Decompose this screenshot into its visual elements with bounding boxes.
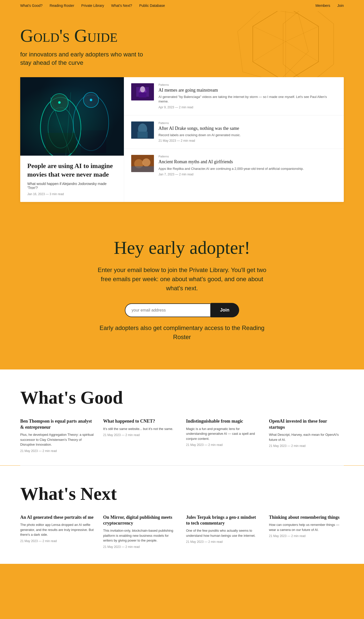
hero-section: Gold's Guide for innovators and early ad…: [0, 11, 364, 77]
article-meta: 21 May 2023 — 2 min read: [158, 139, 337, 142]
svg-line-5: [286, 42, 318, 62]
whats-next-heading: What's Next: [20, 483, 344, 504]
nav-private-library[interactable]: Private Library: [81, 4, 104, 8]
whats-good-section: What's Good Ben Thompson is equal parts …: [0, 369, 364, 465]
hero-decoration: [222, 11, 349, 77]
article-description: Plus, he developed Aggregation Theory: a…: [20, 432, 95, 447]
article-title: AI memes are going mainstream: [158, 87, 337, 93]
nav-whats-next[interactable]: What's Next?: [111, 4, 132, 8]
article-content: Patterns Ancient Roman myths and AI girl…: [158, 155, 337, 176]
svg-rect-32: [131, 166, 154, 172]
article-meta: 21 May 2023 — 2 min read: [20, 539, 95, 543]
svg-point-10: [40, 97, 81, 156]
featured-image: [20, 77, 124, 156]
join-button[interactable]: Join: [211, 303, 239, 317]
svg-rect-18: [81, 130, 106, 153]
whats-good-article[interactable]: What happened to CNET? It's still the sa…: [103, 418, 178, 452]
article-description: Record labels are cracking down on AI ge…: [158, 133, 337, 137]
svg-point-19: [58, 101, 61, 104]
article-item[interactable]: Patterns After AI Drake songs, nothing w…: [124, 115, 344, 149]
nav-whats-good[interactable]: What's Good?: [20, 4, 42, 8]
article-title: OpenAI invested in these four startups: [269, 418, 344, 430]
article-meta: 21 May 2023 — 2 min read: [103, 545, 178, 549]
article-title: What happened to CNET?: [103, 418, 178, 424]
main-nav: What's Good? Reading Roster Private Libr…: [0, 0, 364, 11]
featured-text: People are using AI to imagine movies th…: [20, 156, 124, 202]
svg-line-13: [51, 97, 71, 156]
article-description: One of the few pundits who actually seem…: [186, 528, 261, 538]
article-description: What Descript, Harvey, each mean for Ope…: [269, 432, 344, 442]
svg-marker-1: [283, 11, 334, 77]
thumb-svg-2: [131, 121, 154, 139]
whats-next-article[interactable]: An AI generated these portraits of me Th…: [20, 514, 95, 549]
article-meta: 21 May 2023 — 2 min read: [186, 443, 261, 447]
article-title: On Mirror, digital publishing meets cryp…: [103, 514, 178, 526]
article-title: Indistinguishable from magic: [186, 418, 261, 424]
article-title: Thinking about remembering things: [269, 514, 344, 520]
whats-good-grid: Ben Thompson is equal parts analyst & en…: [20, 418, 344, 452]
article-meta: 21 May 2023 — 2 min read: [269, 534, 344, 538]
cta-section: Hey early adopter! Enter your email belo…: [0, 217, 364, 369]
article-description: Magic is a fun and pragmatic lens for un…: [186, 426, 261, 441]
article-content: Patterns After AI Drake songs, nothing w…: [158, 121, 337, 143]
article-tag: Patterns: [158, 121, 337, 125]
svg-point-15: [51, 94, 68, 111]
article-title: After AI Drake songs, nothing was the sa…: [158, 126, 337, 131]
whats-next-grid: An AI generated these portraits of me Th…: [20, 514, 344, 549]
article-item[interactable]: Patterns AI memes are going mainstream A…: [124, 77, 344, 115]
whats-next-article[interactable]: Thinking about remembering things How ca…: [269, 514, 344, 549]
svg-line-3: [253, 26, 286, 42]
nav-join[interactable]: Join: [337, 4, 344, 8]
svg-rect-28: [138, 132, 148, 138]
svg-point-31: [142, 158, 150, 167]
article-tag: Patterns: [158, 83, 337, 86]
nav-reading-roster[interactable]: Reading Roster: [50, 4, 74, 8]
whats-next-article[interactable]: On Mirror, digital publishing meets cryp…: [103, 514, 178, 549]
article-content: Patterns AI memes are going mainstream A…: [158, 83, 337, 109]
whats-next-article[interactable]: Jules Terpak brings a gen-z mindset to t…: [186, 514, 261, 549]
cta-footnote: Early adopters also get complimentary ac…: [94, 323, 270, 342]
article-meta: 21 May 2023 — 2 min read: [20, 449, 95, 453]
hero-subtitle: for innovators and early adopters who wa…: [20, 50, 152, 67]
email-form: Join: [20, 303, 344, 317]
articles-card: People are using AI to imagine movies th…: [20, 77, 344, 202]
featured-title: People are using AI to imagine movies th…: [27, 162, 117, 179]
svg-marker-2: [238, 11, 308, 77]
nav-left: What's Good? Reading Roster Private Libr…: [20, 4, 165, 8]
nav-members[interactable]: Members: [315, 4, 330, 8]
article-meta: Apr 9, 2023 — 2 min read: [158, 106, 337, 109]
svg-point-24: [140, 86, 145, 92]
gem-icon: [228, 11, 344, 77]
svg-rect-17: [46, 133, 76, 153]
article-description: The photo editor app Lensa dropped an AI…: [20, 522, 95, 537]
articles-section: People are using AI to imagine movies th…: [0, 77, 364, 217]
article-item[interactable]: Patterns Ancient Roman myths and AI girl…: [124, 149, 344, 182]
whats-good-article[interactable]: Indistinguishable from magic Magic is a …: [186, 418, 261, 452]
cta-heading: Hey early adopter!: [20, 237, 344, 258]
svg-point-16: [83, 92, 99, 108]
article-description: AI generated "by Balenciaga" videos are …: [158, 95, 337, 104]
whats-good-article[interactable]: OpenAI invested in these four startups W…: [269, 418, 344, 452]
article-meta: Jan 7, 2023 — 2 min read: [158, 173, 337, 176]
cta-body: Enter your email below to join the Priva…: [94, 265, 270, 293]
article-title: An AI generated these portraits of me: [20, 514, 95, 520]
article-title: Ben Thompson is equal parts analyst & en…: [20, 418, 95, 430]
article-meta: 21 May 2023 — 2 min read: [103, 433, 178, 437]
whats-good-heading: What's Good: [20, 387, 344, 408]
article-thumbnail: [131, 121, 154, 139]
svg-line-14: [66, 92, 71, 156]
articles-list: Patterns AI memes are going mainstream A…: [124, 77, 344, 202]
svg-rect-9: [20, 77, 124, 156]
svg-point-11: [48, 108, 73, 148]
whats-good-article[interactable]: Ben Thompson is equal parts analyst & en…: [20, 418, 95, 452]
article-tag: Patterns: [158, 155, 337, 158]
email-input[interactable]: [125, 303, 211, 317]
featured-image-svg: [20, 77, 124, 156]
article-description: This invitation-only, blockchain-based p…: [103, 528, 178, 543]
nav-public-database[interactable]: Public Database: [139, 4, 165, 8]
article-title: Jules Terpak brings a gen-z mindset to t…: [186, 514, 261, 526]
featured-article[interactable]: People are using AI to imagine movies th…: [20, 77, 124, 202]
article-meta: 21 May 2023 — 2 min read: [186, 540, 261, 544]
whats-next-section: What's Next An AI generated these portra…: [0, 466, 364, 564]
svg-point-12: [73, 95, 109, 151]
